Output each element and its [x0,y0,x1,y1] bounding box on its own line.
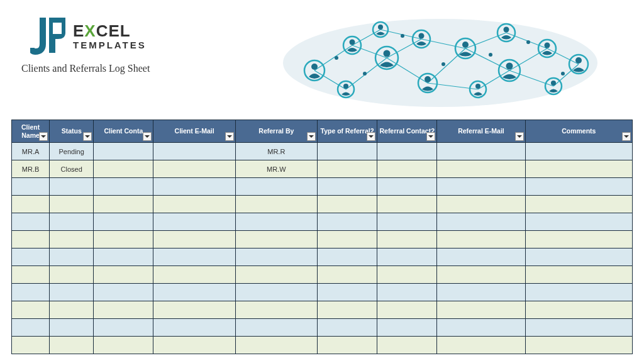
cell-client-name[interactable] [12,337,50,354]
cell-referral-email[interactable] [437,249,525,266]
column-header-type-of-referral[interactable]: Type of Referral2 [317,120,377,143]
cell-status[interactable]: Pending [50,143,94,160]
cell-client-contact[interactable] [94,337,153,354]
cell-referral-email[interactable] [437,178,525,196]
cell-status[interactable] [50,231,94,249]
cell-referral-contact[interactable] [377,284,437,301]
cell-client-email[interactable] [153,284,235,301]
filter-dropdown-icon[interactable] [143,132,152,141]
cell-referral-email[interactable] [437,284,525,301]
cell-referral-by[interactable] [235,231,317,249]
cell-referral-by[interactable] [235,249,317,266]
column-header-client-name[interactable]: Client Name [12,120,50,143]
cell-referral-contact[interactable] [377,178,437,196]
cell-client-name[interactable] [12,319,50,337]
cell-type-of-referral[interactable] [317,266,377,284]
cell-referral-contact[interactable] [377,301,437,319]
cell-client-name[interactable] [12,284,50,301]
cell-comments[interactable] [525,213,632,231]
cell-client-contact[interactable] [94,160,153,178]
filter-dropdown-icon[interactable] [39,132,48,141]
cell-comments[interactable] [525,266,632,284]
cell-client-contact[interactable] [94,213,153,231]
cell-referral-by[interactable] [235,319,317,337]
cell-referral-email[interactable] [437,231,525,249]
cell-referral-by[interactable] [235,284,317,301]
cell-client-name[interactable] [12,178,50,196]
cell-referral-email[interactable] [437,143,525,160]
cell-referral-email[interactable] [437,213,525,231]
cell-referral-email[interactable] [437,301,525,319]
cell-referral-contact[interactable] [377,337,437,354]
cell-client-email[interactable] [153,231,235,249]
cell-referral-email[interactable] [437,319,525,337]
cell-client-contact[interactable] [94,231,153,249]
cell-comments[interactable] [525,196,632,213]
cell-status[interactable] [50,284,94,301]
cell-status[interactable] [50,337,94,354]
cell-referral-contact[interactable] [377,249,437,266]
filter-dropdown-icon[interactable] [622,132,631,141]
cell-client-email[interactable] [153,213,235,231]
cell-client-email[interactable] [153,178,235,196]
cell-status[interactable] [50,178,94,196]
cell-type-of-referral[interactable] [317,231,377,249]
cell-client-name[interactable] [12,196,50,213]
cell-type-of-referral[interactable] [317,284,377,301]
cell-referral-by[interactable]: MR.W [235,160,317,178]
cell-type-of-referral[interactable] [317,337,377,354]
cell-referral-by[interactable]: MR.R [235,143,317,160]
cell-client-contact[interactable] [94,284,153,301]
cell-referral-email[interactable] [437,160,525,178]
cell-status[interactable]: Closed [50,160,94,178]
cell-client-email[interactable] [153,319,235,337]
cell-comments[interactable] [525,319,632,337]
column-header-referral-by[interactable]: Referral By [235,120,317,143]
column-header-status[interactable]: Status [50,120,94,143]
cell-client-contact[interactable] [94,196,153,213]
cell-type-of-referral[interactable] [317,301,377,319]
cell-referral-contact[interactable] [377,196,437,213]
filter-dropdown-icon[interactable] [515,132,524,141]
cell-status[interactable] [50,319,94,337]
cell-client-name[interactable] [12,266,50,284]
cell-referral-by[interactable] [235,213,317,231]
cell-type-of-referral[interactable] [317,249,377,266]
cell-referral-by[interactable] [235,178,317,196]
filter-dropdown-icon[interactable] [426,132,435,141]
filter-dropdown-icon[interactable] [225,132,234,141]
cell-comments[interactable] [525,143,632,160]
cell-client-email[interactable] [153,266,235,284]
cell-client-name[interactable]: MR.A [12,143,50,160]
cell-referral-contact[interactable] [377,231,437,249]
cell-type-of-referral[interactable] [317,213,377,231]
cell-referral-by[interactable] [235,337,317,354]
cell-status[interactable] [50,196,94,213]
cell-referral-by[interactable] [235,196,317,213]
filter-dropdown-icon[interactable] [83,132,92,141]
filter-dropdown-icon[interactable] [307,132,316,141]
cell-type-of-referral[interactable] [317,160,377,178]
cell-referral-by[interactable] [235,266,317,284]
cell-type-of-referral[interactable] [317,143,377,160]
cell-comments[interactable] [525,249,632,266]
cell-type-of-referral[interactable] [317,178,377,196]
cell-client-email[interactable] [153,249,235,266]
cell-client-email[interactable] [153,143,235,160]
cell-client-email[interactable] [153,160,235,178]
cell-referral-by[interactable] [235,301,317,319]
cell-referral-email[interactable] [437,196,525,213]
cell-client-email[interactable] [153,337,235,354]
cell-client-contact[interactable] [94,301,153,319]
cell-comments[interactable] [525,301,632,319]
cell-comments[interactable] [525,284,632,301]
column-header-client-contact[interactable]: Client Conta [94,120,153,143]
cell-client-email[interactable] [153,196,235,213]
cell-client-name[interactable] [12,231,50,249]
column-header-referral-email[interactable]: Referral E-Mail [437,120,525,143]
cell-client-contact[interactable] [94,178,153,196]
cell-type-of-referral[interactable] [317,319,377,337]
column-header-comments[interactable]: Comments [525,120,632,143]
cell-referral-email[interactable] [437,337,525,354]
cell-comments[interactable] [525,160,632,178]
